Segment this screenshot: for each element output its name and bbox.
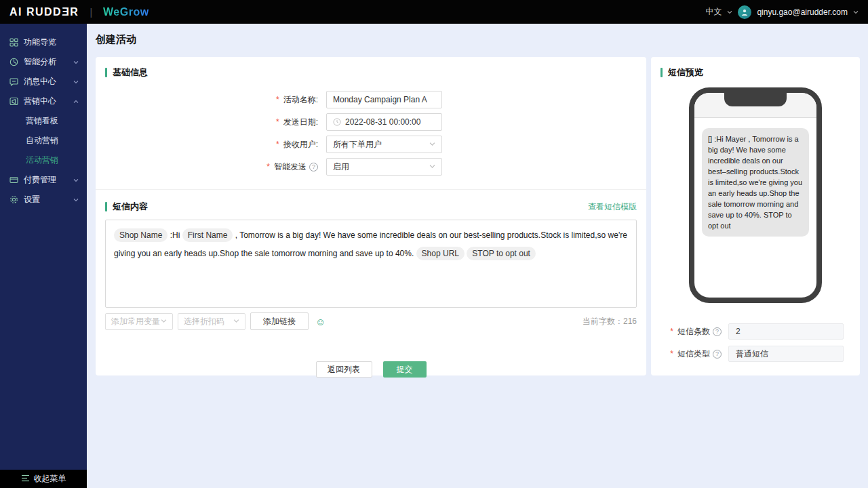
sms-preview-bubble: [] :Hi Mayer , Tomorrow is a big day! We… [702,128,809,237]
message-text: :Hi [167,230,182,240]
sms-type-input: 普通短信 [728,346,844,362]
sidebar-subitem-auto-marketing[interactable]: 自动营销 [0,131,87,150]
sidebar-subitem-marketing-dashboard[interactable]: 营销看板 [0,111,87,131]
sidebar-item-settings[interactable]: 设置 [0,190,87,209]
char-count: 当前字数：216 [583,316,637,327]
chevron-down-icon [73,195,79,205]
audience-label: * 接收用户: [105,139,326,150]
sms-message-editor[interactable]: Shop Name :Hi First Name , Tomorrow is a… [105,220,637,308]
required-asterisk: * [276,140,279,149]
audience-select[interactable]: 所有下单用户 [326,136,442,153]
sidebar-item-label: 功能导览 [24,37,79,48]
help-icon[interactable]: ? [713,350,722,359]
help-icon[interactable]: ? [713,327,722,336]
send-date-input[interactable]: 2022-08-31 00:00:00 [326,113,442,131]
required-asterisk: * [267,162,270,171]
top-bar: AI RUDDƎR | WeGrow 中文 qinyu.gao@airudder… [0,0,868,24]
sms-preview-card: 短信预览 [] :Hi Mayer , Tomorrow is a big da… [651,57,860,375]
required-asterisk: * [670,327,673,336]
emoji-picker-icon[interactable]: ☺ [315,316,326,327]
variable-pill-shop-name[interactable]: Shop Name [114,228,167,242]
sms-content-section-title: 短信内容 [113,201,148,213]
chevron-down-icon[interactable] [727,9,732,15]
chevron-down-icon [161,317,167,326]
grid-icon [9,38,18,47]
campaign-name-label: * 活动名称: [105,94,326,106]
language-selector[interactable]: 中文 [705,6,722,18]
logo-divider: | [90,7,92,18]
sidebar-subitem-label: 活动营销 [26,155,58,166]
campaign-name-input[interactable]: Monday Campaign Plan A [326,91,442,108]
section-marker [105,68,107,77]
sidebar-item-payment-management[interactable]: 付费管理 [0,170,87,190]
chevron-down-icon [233,317,239,326]
chevron-down-icon [429,162,435,171]
collapse-menu-label: 收起菜单 [34,473,66,485]
sms-count-label: * 短信条数 ? [660,326,728,338]
sidebar-item-label: 设置 [24,194,73,205]
submit-button[interactable]: 提交 [383,361,427,378]
sidebar-item-label: 营销中心 [24,96,73,107]
required-asterisk: * [670,349,673,359]
sidebar-subitem-campaign-marketing-active[interactable]: 活动营销 [0,150,87,170]
smart-send-label: * 智能发送 ? [105,161,326,173]
chevron-down-icon [73,176,79,185]
main-content: 创建活动 基础信息 * 活动名称: Monday Campaign Plan A [87,24,868,488]
sidebar: 功能导览 智能分析 消息中心 营销中心 营销看板 自动营销 活动营销 付费管理 … [0,24,87,470]
discount-code-select[interactable]: 选择折扣码 [178,313,245,330]
page-title: 创建活动 [96,33,860,46]
sidebar-item-message-center[interactable]: 消息中心 [0,72,87,92]
sidebar-item-label: 消息中心 [24,76,73,87]
wegrow-logo: WeGrow [103,6,149,18]
add-variable-select[interactable]: 添加常用变量 [105,313,173,330]
chat-bubble-icon [9,77,18,86]
chevron-down-icon[interactable] [853,9,859,15]
sms-type-label: * 短信类型 ? [660,348,728,360]
user-email[interactable]: qinyu.gao@airudder.com [757,7,848,17]
required-asterisk: * [276,95,279,104]
credit-card-icon [9,176,18,184]
sidebar-item-marketing-center[interactable]: 营销中心 [0,92,87,111]
section-divider [96,189,646,190]
clock-icon [333,118,341,126]
variable-pill-shop-url[interactable]: Shop URL [416,247,465,260]
sidebar-item-label: 付费管理 [24,174,73,186]
back-to-list-button[interactable]: 返回列表 [316,361,372,378]
analytics-icon [9,58,18,66]
phone-mockup: [] :Hi Mayer , Tomorrow is a big day! We… [689,87,822,303]
user-avatar[interactable] [738,5,751,19]
sidebar-item-smart-analysis[interactable]: 智能分析 [0,52,87,72]
view-sms-template-link[interactable]: 查看短信模版 [588,201,637,213]
chevron-down-icon [429,140,435,149]
section-marker [660,68,663,77]
basic-info-section-title: 基础信息 [113,66,148,79]
airudder-logo: AI RUDDƎR [9,6,79,18]
smart-send-select[interactable]: 启用 [326,158,442,176]
campaign-form-card: 基础信息 * 活动名称: Monday Campaign Plan A * 发送… [96,57,646,375]
sms-preview-section-title: 短信预览 [668,66,703,79]
sidebar-item-label: 智能分析 [24,56,73,68]
phone-notch [724,93,787,106]
chevron-up-icon [73,97,79,106]
sidebar-subitem-label: 自动营销 [26,135,58,146]
sidebar-item-feature-guide[interactable]: 功能导览 [0,33,87,52]
hamburger-icon [21,474,30,484]
sms-count-input: 2 [728,323,844,340]
gear-icon [9,195,18,204]
sidebar-subitem-label: 营销看板 [26,115,58,127]
variable-pill-stop-opt-out[interactable]: STOP to opt out [467,247,536,260]
add-link-button[interactable]: 添加链接 [250,312,309,330]
chevron-down-icon [73,58,79,67]
collapse-menu-button[interactable]: 收起菜单 [0,470,87,488]
chevron-down-icon [73,77,79,87]
section-marker [105,202,107,211]
help-icon[interactable]: ? [309,163,318,171]
megaphone-icon [9,97,18,106]
send-date-label: * 发送日期: [105,117,326,128]
required-asterisk: * [276,117,279,127]
variable-pill-first-name[interactable]: First Name [182,228,233,242]
